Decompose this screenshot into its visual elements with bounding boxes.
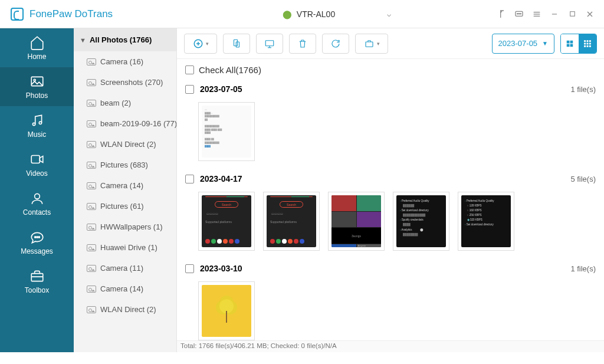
group-file-count: 5 file(s) [570, 175, 596, 183]
group-checkbox[interactable] [185, 85, 194, 94]
tree-item[interactable]: Pictures (683) [74, 155, 176, 175]
titlebar: FonePaw DoTrans ⬤ VTR-AL00 ⌵ [0, 0, 604, 28]
photo-folder-icon [87, 79, 96, 86]
view-grid-large-button[interactable] [561, 34, 579, 53]
photo-thumbnail[interactable]: ◦ Preferred Audio Quality ○ 128 KBPS ○ 1… [458, 192, 514, 251]
tree-item-label: Camera (14) [100, 284, 143, 293]
tree-item[interactable]: HWWallpapers (1) [74, 217, 176, 237]
svg-point-14 [39, 122, 41, 124]
minimize-button[interactable] [550, 9, 559, 19]
group-date: 2023-03-10 [200, 264, 242, 273]
photo-folder-icon [87, 162, 96, 169]
sidebar-item-toolbox[interactable]: Toolbox [0, 262, 74, 301]
group-checkbox[interactable] [185, 175, 194, 183]
close-button[interactable] [585, 9, 595, 19]
photo-folder-icon [87, 265, 96, 272]
photo-thumbnail[interactable] [198, 281, 255, 340]
svg-rect-20 [31, 274, 43, 281]
pc-transfer-icon [264, 38, 275, 49]
tree-item[interactable]: Camera (16) [74, 51, 176, 72]
svg-rect-24 [234, 40, 238, 46]
sidebar-item-contacts[interactable]: Contacts [0, 184, 74, 223]
photo-folder-icon [87, 286, 96, 293]
sidebar-item-label: Messages [21, 247, 53, 255]
photo-thumbnail[interactable]: ○○████ ○██████████████████████████ ████ … [198, 102, 255, 161]
tree-item[interactable]: WLAN Direct (2) [74, 134, 176, 155]
photo-thumbnail[interactable]: ◦ Preferred Audio Quality ██████◦ Set do… [393, 192, 449, 251]
tree-header[interactable]: ▼ All Photos (1766) [74, 28, 176, 51]
svg-point-13 [32, 123, 35, 125]
date-filter[interactable]: 2023-07-05 ▼ [492, 34, 554, 54]
status-text: Total: 1766 file(s)/406.21 MB; Checked: … [180, 342, 337, 349]
svg-rect-41 [587, 45, 589, 47]
tree-item[interactable]: Screenshots (270) [74, 72, 176, 93]
group-date: 2023-04-17 [200, 174, 242, 183]
folder-tree: ▼ All Photos (1766) Camera (16)Screensho… [74, 28, 177, 352]
tree-item-label: Pictures (61) [100, 202, 144, 211]
add-button[interactable]: ▾ [184, 34, 217, 54]
sidebar-item-home[interactable]: Home [0, 28, 74, 67]
grid-large-icon [566, 40, 574, 48]
tree-item[interactable]: WLAN Direct (2) [74, 299, 176, 320]
sidebar-item-photos[interactable]: Photos [0, 67, 74, 106]
feedback-icon[interactable] [514, 9, 524, 19]
photo-folder-icon [87, 306, 96, 313]
sidebar-item-videos[interactable]: Videos [0, 145, 74, 184]
sidebar-item-music[interactable]: Music [0, 106, 74, 145]
view-toggle [560, 34, 597, 54]
photo-list[interactable]: 2023-07-051 file(s)○○████ ○█████████████… [177, 81, 604, 340]
svg-rect-15 [31, 156, 40, 163]
svg-point-18 [36, 237, 37, 238]
svg-point-2 [518, 13, 519, 14]
svg-rect-34 [584, 40, 586, 42]
thumbnail-row [185, 277, 596, 340]
tree-item[interactable]: Camera (14) [74, 278, 176, 299]
tree-item[interactable]: beam (2) [74, 93, 176, 113]
main-layout: Home Photos Music Videos Contacts Messag… [0, 28, 604, 352]
export-pc-button[interactable] [256, 34, 283, 54]
device-selector[interactable]: ⬤ VTR-AL00 ⌵ [177, 9, 497, 19]
android-icon: ⬤ [283, 9, 292, 19]
tree-item-label: Camera (14) [100, 181, 143, 190]
photo-thumbnail[interactable]: Search▭▭▭▭Supported platforms [198, 192, 255, 251]
svg-rect-29 [366, 42, 373, 47]
svg-point-17 [34, 237, 35, 238]
refresh-icon [330, 38, 341, 49]
svg-rect-42 [589, 45, 591, 47]
chevron-down-icon: ▼ [80, 37, 86, 44]
tree-item[interactable]: Pictures (61) [74, 196, 176, 217]
tree-item[interactable]: Camera (14) [74, 175, 176, 196]
share-icon[interactable] [497, 9, 506, 19]
photo-thumbnail[interactable]: Search▭▭▭▭Supported platforms [263, 192, 320, 251]
toolbar: ▾ ▾ 2023-07-05 ▼ [177, 28, 604, 59]
view-grid-small-button[interactable] [579, 34, 596, 53]
export-device-button[interactable] [223, 34, 250, 54]
photo-folder-icon [87, 203, 96, 210]
tree-item-label: Pictures (683) [100, 160, 148, 169]
tree-item[interactable]: beam-2019-09-16 (77) [74, 113, 176, 134]
album-button[interactable]: ▾ [355, 34, 388, 54]
sidebar-item-label: Contacts [23, 208, 51, 217]
contacts-icon [29, 191, 45, 206]
app-title: FonePaw DoTrans [29, 8, 113, 20]
svg-rect-38 [587, 42, 589, 44]
thumbnail-row: Search▭▭▭▭Supported platformsSearch▭▭▭▭S… [185, 187, 596, 260]
tree-item-label: Camera (16) [100, 57, 143, 66]
check-all-checkbox[interactable] [185, 65, 194, 74]
svg-point-19 [38, 237, 40, 238]
messages-icon [29, 229, 45, 245]
maximize-button[interactable] [567, 9, 577, 19]
tree-item-label: Camera (11) [100, 264, 143, 273]
plus-circle-icon [193, 38, 203, 49]
content-area: ▾ ▾ 2023-07-05 ▼ Check All(1766) 2023-07… [177, 28, 604, 352]
delete-button[interactable] [289, 34, 316, 54]
tree-item[interactable]: Camera (11) [74, 258, 176, 278]
sidebar-item-label: Music [28, 130, 46, 139]
group-checkbox[interactable] [185, 264, 194, 273]
sidebar-item-messages[interactable]: Messages [0, 223, 74, 262]
tree-item[interactable]: Huawei Drive (1) [74, 237, 176, 258]
refresh-button[interactable] [322, 34, 349, 54]
menu-icon[interactable] [532, 9, 541, 19]
photo-thumbnail[interactable]: 3songsAnyone [328, 192, 385, 251]
music-icon [29, 113, 45, 128]
